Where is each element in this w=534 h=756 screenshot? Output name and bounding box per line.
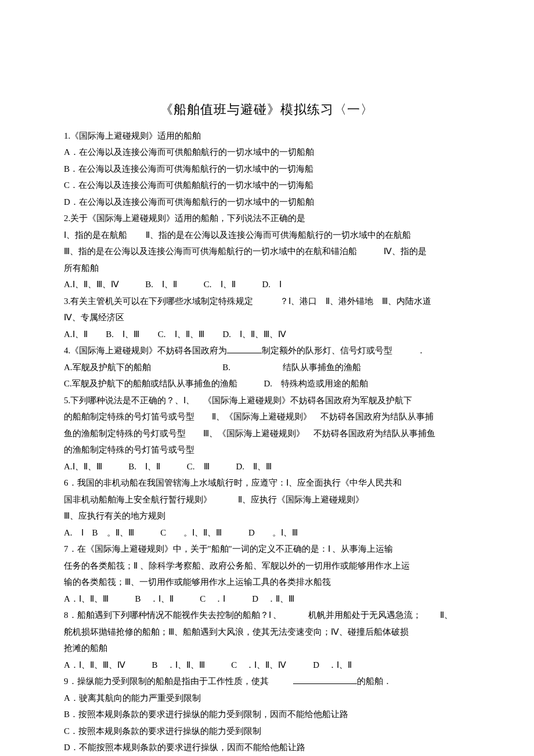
q2-options: A.Ⅰ、Ⅱ、Ⅲ、Ⅳ B. Ⅰ、Ⅱ C. Ⅰ、Ⅱ D. Ⅰ [64,276,470,293]
q9-option-a: A．驶离其航向的能力严重受到限制 [64,690,470,707]
q8-opt-c: C ．Ⅰ、Ⅱ、Ⅳ [231,660,286,670]
q2-opt-d: D. Ⅰ [262,280,282,289]
q4-options-row2: C.军舰及护航下的船舶或结队从事捕鱼的渔船 D. 特殊构造或用途的船舶 [64,375,470,392]
q4-opt-d: D. 特殊构造或用途的船舶 [264,379,369,388]
q5-line1: 5.下列哪种说法是不正确的？、Ⅰ、 《国际海上避碰规则》不妨碍各国政府为军舰及护… [64,392,470,409]
q4-opt-b: B. 结队从事捕鱼的渔船 [222,363,361,372]
q8-line3: 抢滩的船舶 [64,640,470,657]
q7-opt-d: D ．Ⅱ、Ⅲ [252,594,294,603]
q3-line1: 3.有关主管机关可以在下列哪些水域制定特殊规定 ？Ⅰ、港口 Ⅱ、港外锚地 Ⅲ、内… [64,293,470,310]
q2-line2a: Ⅰ、指的是在航船 [64,230,127,240]
document-title: 《船舶值班与避碰》模拟练习〈一〉 [64,97,470,122]
q7-line3: 输的各类船筏；Ⅲ、一切用作或能够用作水上运输工具的各类排水船筏 [64,574,470,591]
q3-opt-b: B. Ⅰ、Ⅲ [106,330,139,339]
q4-line1: 4.《国际海上避碰规则》不妨碍各国政府为制定额外的队形灯、信号灯或号型． [64,342,470,359]
q2-opt-b: B. Ⅰ、Ⅱ [145,280,177,289]
q5-line3: 鱼的渔船制定特殊的号灯或号型 Ⅲ、《国际海上避碰规则》 不妨碍各国政府为结队从事… [64,425,470,442]
q5-line4: 的渔船制定特殊的号灯笛号或号型 [64,442,470,458]
q4-line1a: 4.《国际海上避碰规则》不妨碍各国政府为 [64,346,227,355]
q5-opt-a: A.Ⅰ、Ⅱ、Ⅲ [64,462,102,471]
q9-option-c: C．按照本规则条款的要求进行操纵的能力受到限制 [64,723,470,740]
q8-options: A．Ⅰ、Ⅱ、Ⅲ、Ⅳ B ．Ⅰ、Ⅱ、Ⅲ C ．Ⅰ、Ⅱ、Ⅳ D ．Ⅰ、Ⅱ [64,657,470,674]
q2-line4: 所有船舶 [64,260,470,277]
q2-line3a: Ⅲ、指的是在公海以及连接公海而可供海船航行的一切水域中的在航和锚泊船 [64,247,357,256]
q5-opt-b: B. Ⅰ、Ⅱ [128,462,160,471]
q6-options: A. Ⅰ B 。Ⅱ、Ⅲ C 。Ⅰ、Ⅱ、Ⅲ D 。Ⅰ、Ⅲ [64,525,470,541]
q2-line1: 2.关于《国际海上避碰规则》适用的船舶，下列说法不正确的是 [64,210,470,227]
q9-line1b: 的船舶． [357,677,392,686]
q8-line1c: Ⅱ、 [440,610,453,620]
q7-options: A．Ⅰ、Ⅱ、Ⅲ B ．Ⅰ、Ⅱ C ．Ⅰ D ．Ⅱ、Ⅲ [64,591,470,607]
q9-line1a: 9．操纵能力受到限制的船舶是指由于工作性质，使其 [64,677,269,686]
q2-line2b: Ⅱ、指的是在公海以及连接公海而可供海船航行的一切水域中的在航船 [146,230,411,240]
q1-option-b: B．在公海以及连接公海而可供海船航行的一切水域中的一切海船 [64,161,470,178]
q1-option-c: C．在公海以及连接公海而可供船舶航行的一切水域中的一切海船 [64,177,470,194]
q4-line1c: ． [417,346,425,355]
q4-line1b: 制定额外的队形灯、信号灯或号型 [262,346,392,355]
q7-line2: 任务的各类船筏；Ⅱ 、除科学考察船、政府公务船、军舰以外的一切用作或能够用作水上… [64,558,470,574]
q2-line3: Ⅲ、指的是在公海以及连接公海而可供海船航行的一切水域中的在航和锚泊船 Ⅳ、指的是 [64,243,470,260]
q3-opt-d: D. Ⅰ、Ⅱ、Ⅲ、Ⅳ [222,330,286,339]
q5-line2: 的船舶制定特殊的号灯笛号或号型 Ⅱ、《国际海上避碰规则》 不妨碍各国政府为结队从… [64,408,470,425]
q6-line1: 6．我国的非机动船在我国管辖海上水域航行时，应遵守：Ⅰ、应全面执行《中华人民共和 [64,475,470,491]
q6-opt-c: C 。Ⅰ、Ⅱ、Ⅲ [160,528,222,537]
q9-option-b: B．按照本规则条款的要求进行操纵的能力受到限制，因而不能给他船让路 [64,706,470,723]
q7-opt-c: C ．Ⅰ [200,594,225,603]
q8-line1a: 8．船舶遇到下列哪种情况不能视作失去控制的船舶？Ⅰ 、 [64,610,282,620]
q4-options-row1: A.军舰及护航下的船舶 B. 结队从事捕鱼的渔船 [64,359,470,376]
q9-line1: 9．操纵能力受到限制的船舶是指由于工作性质，使其的船舶． [64,673,470,690]
q2-line3b: Ⅳ、指的是 [384,247,427,256]
q6-opt-d: D 。Ⅰ、Ⅲ [248,528,298,537]
blank-input [227,344,262,353]
q4-opt-a: A.军舰及护航下的船舶 [64,363,151,372]
q8-line1: 8．船舶遇到下列哪种情况不能视作失去控制的船舶？Ⅰ 、 机帆并用船处于无风遇急流… [64,607,470,624]
q7-opt-b: B ．Ⅰ、Ⅱ [135,594,174,603]
q3-line1a: 3.有关主管机关可以在下列哪些水域制定特殊规定 [64,296,253,306]
blank-input [293,675,357,684]
q8-opt-d: D ．Ⅰ、Ⅱ [313,660,352,670]
q8-line1b: 机帆并用船处于无风遇急流； [308,610,421,620]
q3-line1b: ？Ⅰ、港口 Ⅱ、港外锚地 Ⅲ、内陆水道 [280,296,431,306]
q9-option-d: D．不能按照本规则条款的要求进行操纵，因而不能给他船让路 [64,739,470,756]
q6-opt-a: A. Ⅰ B 。Ⅱ、Ⅲ [64,528,134,537]
q1-stem: 1.《国际海上避碰规则》适用的船舶 [64,128,470,144]
q6-line2: 国非机动船舶海上安全航行暂行规则》 Ⅱ、应执行《国际海上避碰规则》 [64,491,470,508]
q3-opt-a: A.Ⅰ、Ⅱ [64,330,88,339]
q3-options: A.Ⅰ、Ⅱ B. Ⅰ、Ⅲ C. Ⅰ、Ⅱ、Ⅲ D. Ⅰ、Ⅱ、Ⅲ、Ⅳ [64,326,470,343]
q2-opt-c: C. Ⅰ、Ⅱ [204,280,236,289]
page: 《船舶值班与避碰》模拟练习〈一〉 1.《国际海上避碰规则》适用的船舶 A．在公海… [0,0,534,756]
q6-line3: Ⅲ、应执行有关的地方规则 [64,508,470,525]
q5-opt-d: D. Ⅱ、Ⅲ [236,462,272,471]
q3-opt-c: C. Ⅰ、Ⅱ、Ⅲ [158,330,204,339]
q1-option-d: D．在公海以及连接公海而可供海船航行的一切水域中的一切船舶 [64,194,470,211]
q8-line2: 舵机损坏抛锚抢修的船舶；Ⅲ、船舶遇到大风浪，使其无法变速变向；Ⅳ、碰撞后船体破损 [64,624,470,641]
q3-line2: Ⅳ、专属经济区 [64,309,470,326]
q5-options: A.Ⅰ、Ⅱ、Ⅲ B. Ⅰ、Ⅱ C. Ⅲ D. Ⅱ、Ⅲ [64,458,470,475]
q5-opt-c: C. Ⅲ [187,462,210,471]
q2-line2: Ⅰ、指的是在航船 Ⅱ、指的是在公海以及连接公海而可供海船航行的一切水域中的在航船 [64,227,470,244]
q8-opt-b: B ．Ⅰ、Ⅱ、Ⅲ [152,660,205,670]
q1-option-a: A．在公海以及连接公海而可供船舶航行的一切水域中的一切船舶 [64,144,470,161]
q7-opt-a: A．Ⅰ、Ⅱ、Ⅲ [64,594,109,603]
q2-opt-a: A.Ⅰ、Ⅱ、Ⅲ、Ⅳ [64,280,119,289]
q8-opt-a: A．Ⅰ、Ⅱ、Ⅲ、Ⅳ [64,660,125,670]
q4-opt-c: C.军舰及护航下的船舶或结队从事捕鱼的渔船 [64,379,237,388]
q7-line1: 7．在《国际海上避碰规则》中，关于"船舶"一词的定义不正确的是：Ⅰ 、从事海上运… [64,541,470,558]
